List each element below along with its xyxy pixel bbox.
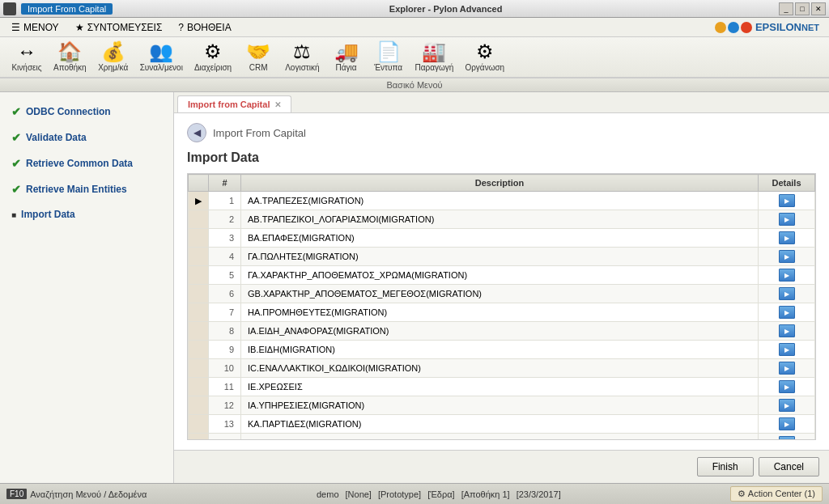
content-area: ✔ ODBC Connection ✔ Validate Data ✔ Retr… bbox=[0, 92, 829, 483]
logistiki-icon: ⚖ bbox=[293, 42, 311, 61]
table-row[interactable]: 9ΙΒ.ΕΙΔΗ(MIGRATION)▶ bbox=[189, 341, 815, 359]
play-button[interactable]: ▶ bbox=[779, 213, 795, 226]
table-row[interactable]: 13ΚΑ.ΠΑΡΤΙΔΕΣ(MIGRATION)▶ bbox=[189, 415, 815, 434]
play-button[interactable]: ▶ bbox=[779, 231, 795, 244]
row-details[interactable]: ▶ bbox=[759, 322, 815, 341]
toolbar-logistiki[interactable]: ⚖ Λογιστική bbox=[280, 40, 324, 74]
diaxeirisi-icon: ⚙ bbox=[204, 42, 222, 61]
row-details[interactable]: ▶ bbox=[759, 210, 815, 229]
xrimika-icon: 💰 bbox=[101, 42, 125, 61]
table-row[interactable]: 8ΙΑ.ΕΙΔΗ_ΑΝΑΦΟΡΑΣ(MIGRATION)▶ bbox=[189, 322, 815, 341]
row-details[interactable]: ▶ bbox=[759, 378, 815, 396]
play-button[interactable]: ▶ bbox=[779, 399, 795, 412]
toolbar-entypa[interactable]: 📄 Έντυπα bbox=[368, 40, 409, 74]
table-row[interactable]: 3ΒΑ.ΕΠΑΦΕΣ(MIGRATION)▶ bbox=[189, 229, 815, 248]
toolbar-organosi[interactable]: ⚙ Οργάνωση bbox=[460, 40, 509, 74]
maximize-button[interactable]: □ bbox=[795, 2, 810, 15]
row-details[interactable]: ▶ bbox=[759, 285, 815, 303]
menu-item-menu[interactable]: ☰ ΜΕΝΟΥ bbox=[3, 19, 67, 36]
sidebar-item-retrieve-main[interactable]: ✔ Retrieve Main Entities bbox=[0, 176, 173, 202]
toolbar-apothiki[interactable]: 🏠 Αποθήκη bbox=[49, 40, 91, 74]
minimize-button[interactable]: _ bbox=[779, 2, 793, 15]
row-indicator bbox=[189, 229, 209, 248]
row-details[interactable]: ▶ bbox=[759, 359, 815, 378]
app-window: Import From Capital Explorer - Pylon Adv… bbox=[0, 0, 829, 504]
toolbar-crm[interactable]: 🤝 CRM bbox=[238, 40, 278, 74]
row-indicator bbox=[189, 322, 209, 341]
window-title: Explorer - Pylon Advanced bbox=[113, 4, 779, 14]
row-details[interactable]: ▶ bbox=[759, 434, 815, 440]
menu-item-shortcuts[interactable]: ★ ΣΥΝΤΟΜΕΥΣΕΙΣ bbox=[67, 19, 171, 36]
table-row[interactable]: ▶1ΑΑ.ΤΡΑΠΕΖΕΣ(MIGRATION)▶ bbox=[189, 192, 815, 210]
play-button[interactable]: ▶ bbox=[779, 380, 795, 393]
status-left: F10 Αναζήτηση Μενού / Δεδομένα bbox=[6, 489, 147, 499]
play-button[interactable]: ▶ bbox=[779, 306, 795, 319]
table-row[interactable]: 4ΓΑ.ΠΩΛΗΤΕΣ(MIGRATION)▶ bbox=[189, 248, 815, 266]
table-row[interactable]: 11ΙΕ.ΧΡΕΩΣΕΙΣ▶ bbox=[189, 378, 815, 396]
window-controls: _ □ ✕ bbox=[779, 2, 826, 15]
sidebar-item-retrieve-common[interactable]: ✔ Retrieve Common Data bbox=[0, 150, 173, 176]
sidebar-label-retrieve-main: Retrieve Main Entities bbox=[26, 184, 127, 195]
logo-circle-red bbox=[741, 22, 752, 33]
table-row[interactable]: 6GB.ΧΑΡΑΚΤΗΡ_ΑΠΟΘΕΜΑΤΟΣ_ΜΕΓΕΘΟΣ(MIGRATIO… bbox=[189, 285, 815, 303]
row-number: 11 bbox=[209, 378, 241, 396]
row-details[interactable]: ▶ bbox=[759, 396, 815, 415]
back-button[interactable]: ◀ bbox=[187, 123, 206, 142]
toolbar-paragogi[interactable]: 🏭 Παραγωγή bbox=[410, 40, 459, 74]
action-center-button[interactable]: ⚙ Action Center (1) bbox=[730, 486, 823, 502]
f10-label: F10 bbox=[6, 489, 27, 499]
play-button[interactable]: ▶ bbox=[779, 343, 795, 356]
row-description: ΚΑ.ΠΑΡΤΙΔΕΣ(MIGRATION) bbox=[241, 415, 759, 434]
logo-circle-orange bbox=[715, 22, 726, 33]
table-row[interactable]: 10IC.ΕΝΑΛΛΑΚΤΙΚΟΙ_ΚΩΔΙΚΟΙ(MIGRATION)▶ bbox=[189, 359, 815, 378]
play-button[interactable]: ▶ bbox=[779, 362, 795, 375]
tab-import-capital[interactable]: Import from Capital ✕ bbox=[177, 95, 291, 112]
sidebar-item-odbc[interactable]: ✔ ODBC Connection bbox=[0, 99, 173, 125]
row-indicator bbox=[189, 359, 209, 378]
cancel-button[interactable]: Cancel bbox=[759, 457, 819, 476]
play-button[interactable]: ▶ bbox=[779, 194, 795, 207]
toolbar-diaxeirisi[interactable]: ⚙ Διαχείριση bbox=[189, 40, 236, 74]
table-row[interactable]: 14ΙΑ.ΤΙΜΕΣ_ΚΑΤΑ_ΠΕΛΑΤΗ(MIGRATION)▶ bbox=[189, 434, 815, 440]
toolbar-xrimika[interactable]: 💰 Χρημ/κά bbox=[93, 40, 134, 74]
square-icon-import: ■ bbox=[11, 210, 16, 219]
toolbar-sunal[interactable]: 👥 Συναλ/μενοι bbox=[135, 40, 188, 74]
table-scroll[interactable]: # Description Details ▶1ΑΑ.ΤΡΑΠΕΖΕΣ(MIGR… bbox=[188, 174, 815, 439]
play-button[interactable]: ▶ bbox=[779, 269, 795, 282]
sidebar-item-validate[interactable]: ✔ Validate Data bbox=[0, 125, 173, 150]
play-button[interactable]: ▶ bbox=[779, 436, 795, 439]
table-row[interactable]: 5ΓΑ.ΧΑΡΑΚΤΗΡ_ΑΠΟΘΕΜΑΤΟΣ_ΧΡΩΜΑ(MIGRATION)… bbox=[189, 266, 815, 285]
help-label: ΒΟΗΘΕΙΑ bbox=[187, 22, 232, 33]
status-right: ⚙ Action Center (1) bbox=[730, 486, 823, 502]
row-number: 12 bbox=[209, 396, 241, 415]
play-button[interactable]: ▶ bbox=[779, 287, 795, 300]
sunal-icon: 👥 bbox=[149, 42, 173, 61]
row-number: 1 bbox=[209, 192, 241, 210]
row-details[interactable]: ▶ bbox=[759, 415, 815, 434]
play-button[interactable]: ▶ bbox=[779, 417, 795, 430]
row-details[interactable]: ▶ bbox=[759, 266, 815, 285]
row-indicator bbox=[189, 415, 209, 434]
row-details[interactable]: ▶ bbox=[759, 248, 815, 266]
tab-label: Import from Capital bbox=[188, 100, 270, 109]
row-details[interactable]: ▶ bbox=[759, 303, 815, 322]
sidebar-item-import-data[interactable]: ■ Import Data bbox=[0, 202, 173, 227]
entypa-icon: 📄 bbox=[376, 42, 401, 61]
title-bar: Import From Capital Explorer - Pylon Adv… bbox=[0, 0, 829, 18]
finish-button[interactable]: Finish bbox=[697, 457, 754, 476]
row-details[interactable]: ▶ bbox=[759, 192, 815, 210]
row-details[interactable]: ▶ bbox=[759, 341, 815, 359]
menu-item-help[interactable]: ? ΒΟΗΘΕΙΑ bbox=[170, 19, 239, 36]
play-button[interactable]: ▶ bbox=[779, 250, 795, 263]
toolbar-kiniseis[interactable]: ↔ Κινήσεις bbox=[6, 40, 47, 74]
tab-close-icon[interactable]: ✕ bbox=[274, 100, 281, 109]
table-row[interactable]: 2ΑΒ.ΤΡΑΠΕΖΙΚΟΙ_ΛΟΓΑΡΙΑΣΜΟΙ(MIGRATION)▶ bbox=[189, 210, 815, 229]
row-details[interactable]: ▶ bbox=[759, 229, 815, 248]
close-button[interactable]: ✕ bbox=[811, 2, 826, 15]
sidebar-label-validate: Validate Data bbox=[26, 132, 87, 143]
table-row[interactable]: 7ΗΑ.ΠΡΟΜΗΘΕΥΤΕΣ(MIGRATION)▶ bbox=[189, 303, 815, 322]
toolbar-pagia[interactable]: 🚚 Πάγια bbox=[326, 40, 367, 74]
play-button[interactable]: ▶ bbox=[779, 324, 795, 337]
table-row[interactable]: 12ΙΑ.ΥΠΗΡΕΣΙΕΣ(MIGRATION)▶ bbox=[189, 396, 815, 415]
row-number: 14 bbox=[209, 434, 241, 440]
